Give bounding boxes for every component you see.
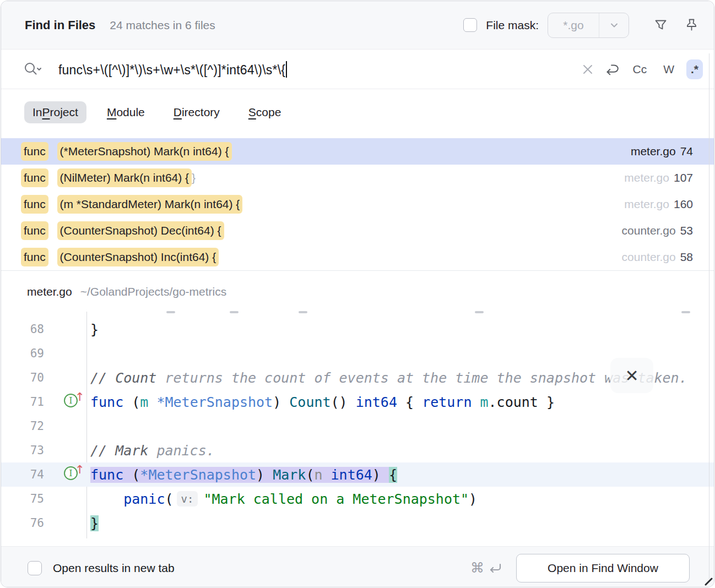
search-row: func\s+\([^\)]*\)\s+\w+\s*\([^)]*int64\)… xyxy=(1,50,714,89)
return-key-icon xyxy=(488,561,503,575)
code-line: 69 xyxy=(1,341,714,366)
clear-search-icon[interactable] xyxy=(579,61,596,78)
line-number: 74 xyxy=(1,468,44,481)
code-line: 72 xyxy=(1,414,714,438)
code-line: 76} xyxy=(1,511,714,535)
close-preview-icon[interactable]: ✕ xyxy=(610,358,653,393)
result-match-text: func (NilMeter) Mark(n int64) {} xyxy=(21,168,198,187)
dialog-header: Find in Files 24 matches in 6 files File… xyxy=(1,1,714,50)
line-number: 71 xyxy=(1,395,44,409)
code-lines: 68}6970// Count returns the count of eve… xyxy=(1,317,714,535)
pin-icon[interactable] xyxy=(683,17,700,34)
implements-gutter-icon[interactable]: I↑ xyxy=(64,394,85,407)
open-results-new-tab-checkbox[interactable] xyxy=(28,561,42,575)
implements-gutter-icon[interactable]: I↑ xyxy=(64,466,85,480)
code-line: 71I↑func (m *MeterSnapshot) Count() int6… xyxy=(1,390,714,414)
scope-tabs: In ProjectModuleDirectoryScope xyxy=(1,89,714,138)
result-file-label: meter.go160 xyxy=(624,198,693,211)
file-mask-label: File mask: xyxy=(486,19,539,32)
match-summary: 24 matches in 6 files xyxy=(110,19,215,32)
result-row[interactable]: func (CounterSnapshot) Inc(int64) {count… xyxy=(1,244,714,270)
result-match-text: func (CounterSnapshot) Dec(int64) { xyxy=(21,221,224,240)
result-row[interactable]: func (*MeterSnapshot) Mark(n int64) {met… xyxy=(1,138,714,165)
preview-file-name: meter.go xyxy=(27,285,72,298)
scope-tab-in-project[interactable]: In Project xyxy=(24,101,86,123)
words-toggle[interactable]: W xyxy=(659,59,679,79)
result-file-label: meter.go107 xyxy=(624,171,693,184)
file-mask-checkbox[interactable] xyxy=(463,18,477,32)
regex-toggle[interactable]: .* xyxy=(686,59,703,79)
filter-icon[interactable] xyxy=(652,17,669,34)
scope-tab-module[interactable]: Module xyxy=(99,101,153,123)
find-in-files-dialog: Find in Files 24 matches in 6 files File… xyxy=(1,1,714,587)
preview-header: meter.go ~/GolandProjects/go-metrics xyxy=(1,271,714,309)
scrollbar-track[interactable] xyxy=(709,53,709,579)
result-match-text: func (m *StandardMeter) Mark(n int64) { xyxy=(21,195,242,214)
line-number: 76 xyxy=(1,516,44,530)
clipped-line xyxy=(166,311,175,313)
match-case-toggle[interactable]: Cc xyxy=(628,59,651,79)
clipped-line xyxy=(230,311,239,313)
clipped-line xyxy=(681,311,690,313)
file-mask-value: *.go xyxy=(548,13,599,37)
line-number: 73 xyxy=(1,444,44,457)
result-file-label: counter.go58 xyxy=(622,251,693,264)
result-file-label: meter.go74 xyxy=(631,145,693,158)
result-row[interactable]: func (m *StandardMeter) Mark(n int64) {m… xyxy=(1,191,714,217)
line-number: 70 xyxy=(1,371,44,384)
result-match-text: func (*MeterSnapshot) Mark(n int64) { xyxy=(21,142,232,161)
search-input[interactable]: func\s+\([^\)]*\)\s+\w+\s*\([^)]*int64\)… xyxy=(58,61,287,78)
resize-grip[interactable] xyxy=(703,576,713,586)
text-caret xyxy=(286,61,287,78)
search-icon[interactable] xyxy=(23,61,43,78)
result-file-label: counter.go53 xyxy=(622,224,693,237)
code-line: 70// Count returns the count of events a… xyxy=(1,366,714,390)
file-mask-combobox[interactable]: *.go xyxy=(548,13,629,38)
line-number: 72 xyxy=(1,420,44,433)
clipped-line xyxy=(475,311,484,313)
code-preview[interactable]: 68}6970// Count returns the count of eve… xyxy=(1,309,714,546)
dialog-footer: Open results in new tab ⌘ Open in Find W… xyxy=(1,546,714,587)
open-results-new-tab-label: Open results in new tab xyxy=(53,562,175,575)
scope-tab-directory[interactable]: Directory xyxy=(165,101,228,123)
open-in-find-window-button[interactable]: Open in Find Window xyxy=(516,554,690,582)
result-match-text: func (CounterSnapshot) Inc(int64) { xyxy=(21,248,219,266)
inlay-hint: v: xyxy=(177,491,198,507)
line-number: 69 xyxy=(1,347,44,360)
code-line: 73// Mark panics. xyxy=(1,438,714,462)
shortcut-hint: ⌘ xyxy=(470,560,503,576)
scope-tab-scope[interactable]: Scope xyxy=(240,101,290,123)
chevron-down-icon[interactable] xyxy=(599,13,629,37)
code-line: 75 panic(v:"Mark called on a MeterSnapsh… xyxy=(1,487,714,511)
results-list: func (*MeterSnapshot) Mark(n int64) {met… xyxy=(1,138,714,270)
code-line: 68} xyxy=(1,317,714,341)
clipped-line xyxy=(299,311,307,313)
command-key-icon: ⌘ xyxy=(470,560,484,576)
result-row[interactable]: func (NilMeter) Mark(n int64) {}meter.go… xyxy=(1,165,714,191)
line-number: 75 xyxy=(1,492,44,505)
line-number: 68 xyxy=(1,323,44,336)
code-line: 74I↑func (*MeterSnapshot) Mark(n int64) … xyxy=(1,462,714,487)
new-line-icon[interactable] xyxy=(604,61,620,78)
dialog-title: Find in Files xyxy=(25,18,95,32)
result-row[interactable]: func (CounterSnapshot) Dec(int64) {count… xyxy=(1,217,714,244)
preview-file-path: ~/GolandProjects/go-metrics xyxy=(80,285,227,298)
